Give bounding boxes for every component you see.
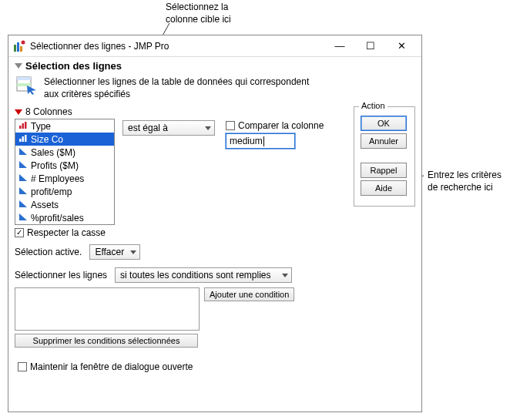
close-button[interactable]: ✕ [386, 37, 417, 55]
column-list[interactable]: TypeSize CoSales ($M)Profits ($M)# Emplo… [15, 119, 115, 225]
keep-open-label: Maintenir la fenêtre de dialogue ouverte [30, 361, 193, 372]
svg-rect-12 [19, 139, 22, 142]
action-panel: Action OK Annuler Rappel Aide [354, 106, 415, 207]
delete-conditions-button[interactable]: Supprimer les conditions sélectionnées [15, 334, 198, 348]
column-label: Sales ($M) [31, 147, 75, 158]
column-label: Profits ($M) [31, 160, 79, 171]
condition-mode-select[interactable]: si toutes les conditions sont remplies [115, 267, 292, 283]
criteria-value: medium [230, 136, 263, 146]
help-button[interactable]: Aide [361, 180, 407, 196]
section-title: Sélection des lignes [25, 60, 122, 72]
column-item[interactable]: Size Co [15, 133, 114, 146]
chevron-down-icon [205, 126, 211, 130]
continuous-icon [18, 186, 28, 197]
column-label: profit/emp [31, 186, 72, 197]
svg-rect-13 [22, 136, 25, 142]
criteria-input[interactable]: medium [226, 133, 295, 149]
column-item[interactable]: profit/emp [15, 185, 114, 198]
svg-rect-4 [20, 46, 22, 52]
nominal-icon [18, 120, 28, 132]
recall-button[interactable]: Rappel [361, 163, 407, 178]
columns-header[interactable]: 8 Colonnes [15, 106, 115, 117]
conditions-list[interactable] [15, 287, 200, 331]
column-item[interactable]: %profit/sales [15, 211, 114, 224]
match-case-label: Respecter la casse [27, 227, 106, 238]
section-header[interactable]: Sélection des lignes [15, 59, 415, 73]
continuous-icon [18, 199, 28, 210]
column-label: Size Co [31, 134, 63, 145]
annotation-top: Sélectionnez la colonne cible ici [166, 2, 231, 25]
column-label: # Employees [31, 173, 84, 184]
active-selection-label: Sélection active. [15, 247, 82, 257]
column-item[interactable]: Type [15, 119, 114, 133]
continuous-icon [18, 146, 28, 158]
compare-column-label: Comparer la colonne [238, 120, 324, 131]
chevron-down-icon [282, 274, 288, 277]
svg-rect-14 [25, 135, 27, 142]
continuous-icon [18, 173, 28, 184]
svg-rect-2 [14, 45, 16, 52]
minimize-button[interactable]: — [324, 37, 355, 55]
continuous-icon [18, 160, 28, 171]
svg-rect-7 [17, 77, 31, 80]
column-item[interactable]: Assets [15, 198, 114, 211]
add-condition-button[interactable]: Ajouter une condition [204, 287, 294, 301]
column-label: %profit/sales [31, 213, 84, 223]
columns-count: 8 Colonnes [25, 106, 72, 117]
column-label: Type [31, 121, 51, 132]
continuous-icon [18, 212, 28, 223]
columns-disclosure-icon [15, 109, 22, 115]
svg-rect-9 [19, 126, 22, 129]
app-icon [13, 40, 25, 52]
action-legend: Action [359, 101, 387, 110]
clear-label: Effacer [95, 247, 126, 257]
operator-select[interactable]: est égal à [122, 120, 215, 136]
svg-point-5 [22, 40, 25, 44]
svg-rect-3 [17, 42, 19, 52]
operator-value: est égal à [128, 123, 200, 133]
condition-mode-value: si toutes les conditions sont remplies [120, 270, 277, 281]
compare-column-checkbox[interactable] [226, 121, 235, 130]
svg-rect-8 [17, 83, 31, 86]
svg-rect-11 [25, 122, 27, 129]
cancel-button[interactable]: Annuler [361, 133, 407, 149]
description-text: Sélectionner les lignes de la table de d… [44, 76, 321, 100]
column-item[interactable]: Sales ($M) [15, 146, 114, 159]
dialog-window: Sélectionner des lignes - JMP Pro — ☐ ✕ … [8, 35, 422, 412]
window-title: Sélectionner des lignes - JMP Pro [30, 41, 324, 52]
annotation-right: Entrez les critères de recherche ici [428, 170, 502, 193]
select-rows-label: Sélectionner les lignes [15, 270, 107, 281]
maximize-button[interactable]: ☐ [355, 37, 386, 55]
chevron-down-icon [130, 250, 136, 254]
select-rows-icon [16, 76, 38, 95]
keep-open-checkbox[interactable] [18, 362, 27, 371]
match-case-checkbox[interactable] [15, 228, 24, 237]
column-label: Assets [31, 200, 59, 210]
column-item[interactable]: Profits ($M) [15, 159, 114, 172]
ordinal-icon [18, 133, 28, 145]
ok-button[interactable]: OK [361, 116, 407, 131]
column-item[interactable]: # Employees [15, 172, 114, 185]
titlebar[interactable]: Sélectionner des lignes - JMP Pro — ☐ ✕ [8, 35, 421, 57]
svg-rect-10 [22, 123, 25, 129]
disclosure-icon [15, 63, 22, 69]
clear-select[interactable]: Effacer [89, 244, 140, 260]
